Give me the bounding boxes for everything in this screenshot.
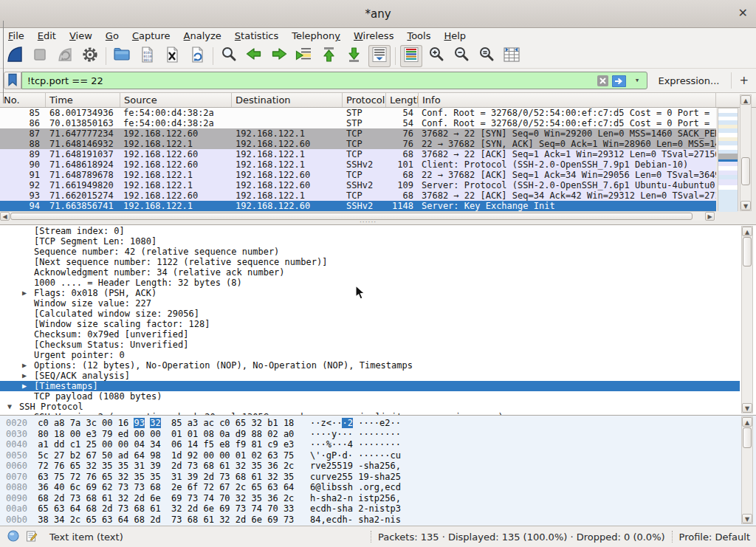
packet-row-91[interactable]: 9171.648789678192.168.122.1192.168.122.6… — [0, 170, 716, 180]
detail-line[interactable]: Window size value: 227 — [0, 298, 740, 309]
hex-row-0070[interactable]: 0070 63 75 72 76 65 32 35 35 31 39 2d 73… — [0, 472, 756, 483]
detail-vscrollbar[interactable]: ▲ ▼ — [741, 226, 753, 413]
hex-row-0080[interactable]: 0080 36 40 6c 69 62 73 73 68 2e 6f 72 67… — [0, 482, 756, 493]
detail-line[interactable]: [Stream index: 0] — [0, 226, 740, 236]
scroll-down-arrow[interactable]: ▼ — [742, 514, 752, 523]
detail-line[interactable]: ▶[Timestamps] — [0, 381, 740, 391]
capture-options-button[interactable] — [79, 45, 101, 67]
profile-status[interactable]: Profile: Default — [679, 531, 750, 543]
expanded-arrow-icon[interactable]: ▼ — [7, 402, 12, 412]
restart-capture-button[interactable] — [54, 45, 76, 67]
detail-line[interactable]: Sequence number: 42 (relative sequence n… — [0, 247, 740, 257]
column-header-time[interactable]: Time — [46, 93, 120, 107]
detail-line[interactable]: Acknowledgment number: 34 (relative ack … — [0, 267, 740, 278]
resize-columns-button[interactable] — [501, 45, 523, 67]
packet-list-hscrollbar[interactable]: ◀ ▶ — [0, 211, 716, 221]
zoom-in-button[interactable] — [425, 45, 447, 67]
detail-line[interactable]: ▶[SEQ/ACK analysis] — [0, 371, 740, 381]
scroll-up-arrow[interactable]: ▲ — [742, 227, 752, 236]
auto-scroll-button[interactable] — [368, 45, 391, 67]
open-file-button[interactable] — [111, 45, 133, 67]
packet-row-87[interactable]: 8771.647777234192.168.122.60192.168.122.… — [0, 128, 716, 139]
zoom-out-button[interactable] — [450, 45, 472, 67]
capture-comment-icon[interactable] — [26, 530, 38, 544]
packet-row-92[interactable]: 9271.661949820192.168.122.1192.168.122.6… — [0, 180, 716, 190]
collapsed-arrow-icon[interactable]: ▶ — [22, 360, 27, 371]
detail-line[interactable]: ▼SSH Protocol — [0, 402, 740, 412]
scroll-right-arrow[interactable]: ▶ — [705, 212, 715, 221]
collapsed-arrow-icon[interactable]: ▶ — [22, 381, 27, 391]
filter-dropdown-icon[interactable]: ▾ — [635, 75, 640, 85]
go-back-button[interactable] — [243, 45, 265, 67]
detail-line[interactable]: ▶Flags: 0x018 (PSH, ACK) — [0, 288, 740, 298]
scroll-down-arrow[interactable]: ▼ — [742, 403, 752, 413]
go-last-button[interactable] — [343, 45, 365, 67]
packet-list-vscrollbar[interactable]: ▲ ▼ — [740, 94, 752, 211]
stop-capture-button[interactable] — [29, 45, 51, 67]
close-window-icon[interactable]: ✕ — [738, 6, 748, 21]
filter-apply-icon[interactable] — [612, 75, 626, 89]
scroll-left-arrow[interactable]: ◀ — [0, 212, 10, 221]
reload-file-button[interactable] — [186, 45, 208, 67]
go-to-packet-button[interactable] — [293, 45, 315, 67]
column-header-destination[interactable]: Destination — [232, 93, 343, 107]
hex-vscrollbar[interactable]: ▲ ▼ — [741, 416, 753, 524]
detail-line[interactable]: 1000 .... = Header Length: 32 bytes (8) — [0, 278, 740, 288]
detail-line[interactable]: Checksum: 0x79ed [unverified] — [0, 329, 740, 340]
packet-row-86[interactable]: 8670.013850163fe:54:00:d4:38:2aSTP54Conf… — [0, 118, 716, 128]
detail-line[interactable]: [Next sequence number: 1122 (relative se… — [0, 257, 740, 267]
hex-row-0090[interactable]: 0090 68 2d 73 68 61 32 2d 6e 69 73 74 70… — [0, 493, 756, 504]
menu-capture[interactable]: Capture — [126, 30, 177, 42]
column-header-length[interactable]: Length — [386, 93, 419, 107]
detail-line[interactable]: [TCP Segment Len: 1080] — [0, 236, 740, 247]
display-filter-input[interactable]: !tcp.port == 22 ▾ — [21, 72, 648, 89]
detail-line[interactable]: [Window size scaling factor: 128] — [0, 319, 740, 329]
packet-row-85[interactable]: 8568.001734936fe:54:00:d4:38:2aSTP54Conf… — [0, 108, 716, 118]
scroll-up-arrow[interactable]: ▲ — [740, 95, 751, 105]
menu-statistics[interactable]: Statistics — [228, 30, 285, 42]
save-file-button[interactable]: 010101100011 — [136, 45, 158, 67]
scroll-up-arrow[interactable]: ▲ — [742, 417, 752, 427]
hex-row-0060[interactable]: 0060 72 76 65 32 35 35 31 39 2d 73 68 61… — [0, 461, 756, 472]
detail-line[interactable]: [Calculated window size: 29056] — [0, 309, 740, 319]
expert-info-icon[interactable] — [7, 530, 19, 544]
packet-row-90[interactable]: 9071.648618924192.168.122.60192.168.122.… — [0, 159, 716, 170]
filter-clear-icon[interactable] — [597, 75, 608, 89]
hex-row-0040[interactable]: 0040 a1 dd c1 25 00 00 04 34 06 14 f5 e8… — [0, 439, 756, 450]
menu-view[interactable]: View — [63, 30, 99, 42]
hex-row-00b0[interactable]: 00b0 38 34 2c 65 63 64 68 2d 73 68 61 32… — [0, 515, 756, 526]
menu-go[interactable]: Go — [99, 30, 126, 42]
scroll-thumb[interactable] — [10, 213, 693, 220]
expression-button[interactable]: Expression... — [658, 75, 719, 86]
close-file-button[interactable] — [161, 45, 183, 67]
column-header-info[interactable]: Info — [419, 93, 716, 107]
column-header-protocol[interactable]: Protocol — [343, 93, 386, 107]
menu-edit[interactable]: Edit — [31, 30, 63, 42]
scroll-thumb[interactable] — [743, 237, 752, 266]
column-header-source[interactable]: Source — [120, 93, 232, 107]
scroll-thumb[interactable] — [743, 427, 752, 448]
add-filter-button[interactable]: + — [731, 72, 756, 89]
column-header-no[interactable]: No. — [0, 93, 46, 107]
collapsed-arrow-icon[interactable]: ▶ — [22, 371, 27, 381]
hex-row-0050[interactable]: 0050 5c 27 b2 67 50 ad 64 98 1d 92 00 00… — [0, 450, 756, 461]
colorize-button[interactable] — [400, 45, 422, 67]
hex-row-0030[interactable]: 0030 80 18 00 e3 79 ed 00 00 01 01 08 0a… — [0, 429, 756, 440]
detail-line[interactable]: ▶Options: (12 bytes), No-Operation (NOP)… — [0, 360, 740, 371]
packet-row-89[interactable]: 8971.648191037192.168.122.60192.168.122.… — [0, 149, 716, 159]
menu-help[interactable]: Help — [437, 30, 472, 42]
filter-bookmark-button[interactable] — [4, 72, 21, 89]
menu-analyze[interactable]: Analyze — [177, 30, 228, 42]
go-first-button[interactable] — [318, 45, 340, 67]
go-forward-button[interactable] — [268, 45, 290, 67]
menu-telephony[interactable]: Telephony — [285, 30, 347, 42]
menu-file[interactable]: File — [1, 30, 31, 42]
detail-line[interactable]: [Checksum Status: Unverified] — [0, 340, 740, 350]
packet-row-94[interactable]: 9471.663856741192.168.122.1192.168.122.6… — [0, 201, 716, 211]
detail-line[interactable]: Urgent pointer: 0 — [0, 350, 740, 360]
collapsed-arrow-icon[interactable]: ▶ — [22, 288, 27, 298]
detail-line[interactable]: TCP payload (1080 bytes) — [0, 391, 740, 402]
scroll-thumb[interactable] — [741, 157, 750, 185]
packet-row-93[interactable]: 9371.662015274192.168.122.60192.168.122.… — [0, 190, 716, 201]
find-packet-button[interactable] — [218, 45, 240, 67]
